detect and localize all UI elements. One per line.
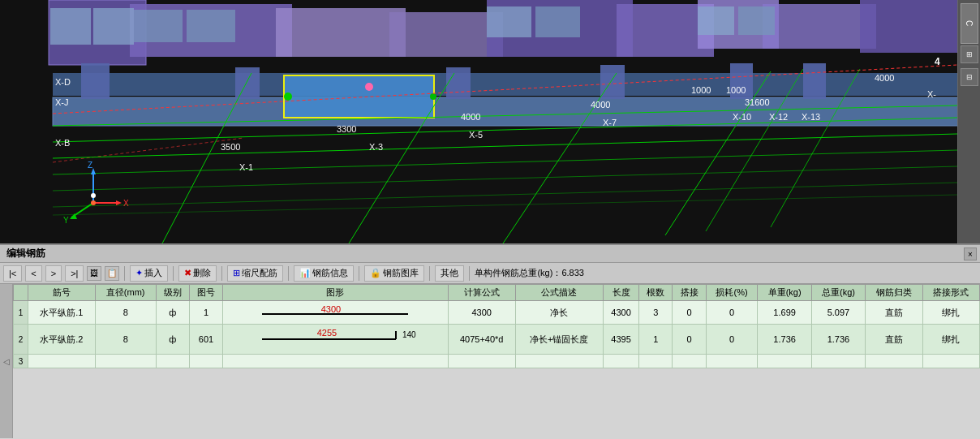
- svg-point-31: [430, 93, 436, 100]
- svg-text:X-1: X-1: [239, 162, 253, 172]
- toolbar-btn-3[interactable]: ⊟: [961, 68, 978, 86]
- svg-point-77: [91, 200, 96, 205]
- cell-figure-3: [223, 355, 449, 368]
- data-table-scroll[interactable]: 筋号 直径(mm) 级别 图号 图形 计算公式 公式描述 长度 根数 搭接 损耗…: [13, 284, 980, 438]
- svg-text:3300: 3300: [337, 124, 356, 134]
- image-btn-2[interactable]: 📋: [105, 266, 119, 281]
- toolbar-btn-1[interactable]: C: [961, 3, 978, 44]
- cell-diameter-1: 8: [95, 301, 156, 325]
- svg-line-46: [706, 69, 803, 231]
- svg-text:X-B: X-B: [55, 138, 70, 148]
- svg-rect-11: [50, 8, 91, 45]
- cell-unit-weight-1: 1.699: [758, 301, 811, 325]
- cell-jin-hao-2: 水平纵筋.2: [28, 325, 96, 355]
- cell-length-3: [603, 355, 638, 368]
- svg-rect-27: [803, 63, 826, 99]
- svg-point-30: [365, 83, 373, 91]
- rebar-info-button[interactable]: 📊 钢筋信息: [294, 265, 354, 282]
- svg-rect-18: [738, 6, 775, 35]
- cell-figure-num-1: 1: [189, 301, 222, 325]
- svg-text:4: 4: [935, 56, 940, 67]
- cell-formula-1: 4300: [448, 301, 515, 325]
- panel-title-bar: 编辑钢筋 ×: [0, 245, 980, 263]
- svg-rect-23: [235, 67, 260, 99]
- insert-button[interactable]: ✦ 插入: [130, 265, 168, 282]
- svg-text:4000: 4000: [461, 112, 480, 122]
- cell-grade-1: ф: [156, 301, 189, 325]
- cell-grade-3: [156, 355, 189, 368]
- nav-prev-button[interactable]: <: [25, 265, 41, 282]
- row-num-2: 2: [14, 325, 28, 355]
- separator-3: [221, 266, 222, 281]
- cell-unit-weight-2: 1.736: [758, 325, 811, 355]
- panel-title: 编辑钢筋: [6, 247, 45, 260]
- cell-length-2: 4395: [603, 325, 638, 355]
- svg-line-47: [771, 69, 860, 227]
- svg-text:X-5: X-5: [469, 130, 483, 140]
- svg-rect-3: [130, 4, 292, 57]
- nav-last-button[interactable]: >|: [65, 265, 84, 282]
- col-diameter: 直径(mm): [95, 285, 156, 301]
- cell-figure-num-2: 601: [189, 325, 222, 355]
- svg-rect-10: [860, 0, 957, 53]
- cell-count-2: 1: [639, 325, 673, 355]
- 3d-viewport[interactable]: 3500 X-1 3300 X-3 4000 X-5 4000 X-7 1000…: [0, 0, 980, 243]
- svg-line-40: [53, 183, 957, 207]
- svg-text:X-13: X-13: [802, 112, 820, 122]
- svg-rect-22: [81, 63, 110, 99]
- cell-length-1: 4300: [603, 301, 638, 325]
- table-row[interactable]: 1 水平纵筋.1 8 ф 1 4300 4300: [14, 301, 980, 325]
- col-jin-hao: 筋号: [28, 285, 96, 301]
- svg-rect-14: [187, 10, 235, 42]
- scale-button[interactable]: ⊞ 缩尺配筋: [227, 265, 283, 282]
- svg-rect-5: [389, 12, 503, 57]
- rebar-table: 筋号 直径(mm) 级别 图号 图形 计算公式 公式描述 长度 根数 搭接 损耗…: [13, 284, 980, 368]
- image-btn-1[interactable]: 🖼: [87, 266, 101, 281]
- svg-text:1000: 1000: [691, 85, 711, 95]
- separator-5: [359, 266, 359, 281]
- svg-text:3500: 3500: [221, 142, 240, 152]
- cell-category-2: 直筋: [866, 325, 922, 355]
- close-button[interactable]: ×: [964, 247, 977, 260]
- svg-text:140: 140: [402, 330, 416, 339]
- svg-line-42: [162, 73, 251, 243]
- row-num-3: 3: [14, 355, 28, 368]
- separator-2: [173, 266, 174, 281]
- svg-text:X-: X-: [927, 89, 936, 99]
- cell-category-1: 直筋: [866, 301, 922, 325]
- nav-first-button[interactable]: |<: [3, 265, 22, 282]
- col-length: 长度: [603, 285, 638, 301]
- total-weight-label: 单构件钢筋总重(kg)：6.833: [475, 267, 583, 279]
- nav-next-button[interactable]: >: [45, 265, 62, 282]
- table-row[interactable]: 2 水平纵筋.2 8 ф 601 4255 140: [14, 325, 980, 355]
- cell-figure-2: 4255 140: [223, 325, 449, 355]
- toolbar-btn-2[interactable]: ⊞: [961, 45, 978, 63]
- col-unit-weight: 单重(kg): [758, 285, 811, 301]
- delete-button[interactable]: ✖ 删除: [178, 265, 217, 282]
- col-overlap-type: 搭接形式: [922, 285, 980, 301]
- cell-overlap-2: 0: [673, 325, 706, 355]
- svg-line-41: [53, 195, 957, 215]
- cell-overlap-3: [673, 355, 706, 368]
- cell-formula-3: [448, 355, 515, 368]
- svg-point-78: [91, 193, 96, 198]
- table-row[interactable]: 3: [14, 355, 980, 368]
- rebar-lib-button[interactable]: 🔒 钢筋图库: [364, 265, 424, 282]
- svg-rect-1: [49, 0, 146, 65]
- left-expand-button[interactable]: ◁: [0, 284, 13, 438]
- cell-category-3: [866, 355, 922, 368]
- svg-marker-72: [70, 213, 77, 219]
- svg-text:X-12: X-12: [769, 112, 788, 122]
- svg-text:X-10: X-10: [733, 112, 751, 122]
- col-total-weight: 总重(kg): [811, 285, 865, 301]
- other-button[interactable]: 其他: [435, 265, 464, 282]
- svg-rect-2: [49, 0, 146, 65]
- svg-text:4255: 4255: [317, 328, 337, 338]
- cell-loss-2: 0: [706, 325, 758, 355]
- cell-figure-num-3: [189, 355, 222, 368]
- svg-rect-16: [535, 6, 580, 37]
- cell-total-weight-1: 5.097: [811, 301, 865, 325]
- col-figure-num: 图号: [189, 285, 222, 301]
- svg-text:X-3: X-3: [369, 142, 383, 152]
- table-header: 筋号 直径(mm) 级别 图号 图形 计算公式 公式描述 长度 根数 搭接 损耗…: [14, 285, 980, 301]
